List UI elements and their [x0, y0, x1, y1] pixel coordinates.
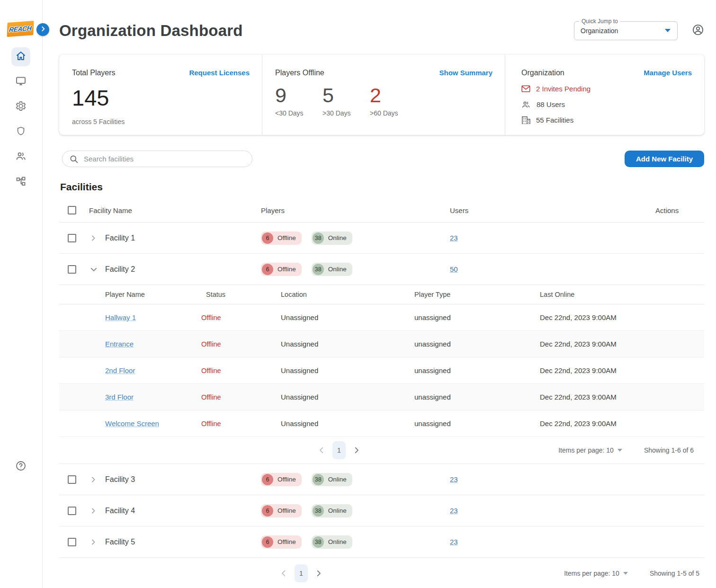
sidebar-item-settings[interactable] [11, 98, 30, 116]
player-last-online: Dec 22nd, 2023 9:00AM [540, 340, 704, 348]
search-facilities-input[interactable] [84, 155, 246, 163]
org-users-label: 88 Users [537, 100, 565, 108]
players-pagination: 1 Items per page: 10 Showing 1-6 of 6 [59, 437, 704, 464]
chevron-right-icon [90, 234, 97, 242]
player-name-link[interactable]: Entrance [105, 340, 134, 348]
column-header-location: Location [281, 291, 414, 298]
quick-jump-select[interactable]: Quick Jump to Organization [574, 21, 678, 40]
player-type: unassigned [414, 393, 540, 401]
player-last-online: Dec 22nd, 2023 9:00AM [540, 419, 704, 428]
building-icon [521, 116, 530, 124]
items-per-page-label: Items per page: 10 [564, 570, 619, 577]
offline-metric: 5 >30 Days [322, 84, 370, 117]
row-checkbox[interactable] [68, 234, 76, 242]
offline-badge: 6Offline [261, 473, 302, 486]
page-next-icon[interactable] [314, 569, 323, 578]
online-badge: 38Online [312, 504, 352, 517]
sidebar-item-home[interactable] [11, 47, 30, 66]
sidebar-item-users[interactable] [11, 148, 30, 167]
sidebar-item-sitemap[interactable] [11, 173, 30, 192]
sidebar-item-displays[interactable] [11, 72, 30, 91]
expand-row-button[interactable] [87, 507, 103, 515]
player-status: Offline [201, 314, 281, 321]
app-root: REACH [0, 0, 716, 588]
player-name-link[interactable]: Welcome Screen [105, 419, 159, 428]
column-header-status: Status [201, 291, 281, 298]
player-row: Hallway 1 Offline Unassigned unassigned … [59, 304, 704, 331]
show-summary-link[interactable]: Show Summary [439, 69, 492, 77]
dropdown-arrow-icon [665, 29, 671, 32]
expand-row-button[interactable] [87, 234, 103, 242]
player-name-link[interactable]: 2nd Floor [105, 366, 135, 374]
reach-logo: REACH [7, 21, 34, 37]
column-header-facility-name: Facility Name [87, 206, 261, 214]
online-badge: 38Online [312, 535, 352, 549]
organization-title: Organization [521, 69, 564, 77]
expand-row-button[interactable] [87, 538, 103, 546]
collapse-row-button[interactable] [87, 265, 103, 274]
facility-name: Facility 2 [103, 265, 261, 274]
users-count-link[interactable]: 23 [450, 475, 458, 483]
players-subtable-header: Player Name Status Location Player Type … [59, 285, 704, 304]
request-licenses-link[interactable]: Request Licenses [189, 69, 250, 77]
help-icon [15, 460, 27, 473]
column-header-player-name: Player Name [105, 291, 201, 298]
column-header-actions: Actions [655, 206, 704, 214]
select-all-checkbox[interactable] [68, 206, 76, 214]
users-icon [15, 151, 27, 164]
page-prev-icon[interactable] [279, 569, 288, 578]
showing-range-label: Showing 1-5 of 5 [650, 570, 699, 577]
users-count-link[interactable]: 23 [450, 538, 458, 546]
column-header-players: Players [261, 206, 450, 214]
row-checkbox[interactable] [68, 265, 76, 274]
facility-name: Facility 1 [103, 234, 261, 242]
player-row: Entrance Offline Unassigned unassigned D… [59, 331, 704, 357]
players-offline-section: Players Offline Show Summary 9 <30 Days … [262, 54, 505, 135]
player-row: Welcome Screen Offline Unassigned unassi… [59, 410, 704, 437]
player-last-online: Dec 22nd, 2023 9:00AM [540, 393, 704, 401]
users-count-link[interactable]: 50 [450, 265, 458, 273]
add-new-facility-button[interactable]: Add New Facility [625, 151, 704, 167]
items-per-page-select[interactable]: Items per page: 10 [564, 570, 628, 577]
facility-row: Facility 4 6Offline 38Online 23 [59, 495, 704, 526]
player-name-link[interactable]: 3rd Floor [105, 393, 134, 401]
items-per-page-select[interactable]: Items per page: 10 [558, 446, 622, 454]
online-badge: 38Online [312, 473, 352, 486]
reach-logo-text: REACH [9, 24, 32, 33]
row-checkbox[interactable] [68, 507, 76, 515]
offline-badge: 6Offline [261, 535, 302, 549]
manage-users-link[interactable]: Manage Users [644, 69, 692, 77]
row-checkbox[interactable] [68, 475, 76, 484]
page-next-icon[interactable] [352, 446, 361, 454]
account-button[interactable] [692, 24, 704, 38]
metric-label: <30 Days [275, 109, 322, 117]
users-count-link[interactable]: 23 [450, 507, 458, 515]
offline-badge: 6Offline [261, 504, 302, 517]
sidebar-nav [11, 47, 30, 192]
help-button[interactable] [11, 457, 30, 476]
search-facilities-box[interactable] [62, 151, 252, 167]
users-count-link[interactable]: 23 [450, 234, 458, 242]
page-number[interactable]: 1 [295, 564, 308, 582]
total-players-section: Total Players Request Licenses 145 acros… [59, 54, 262, 135]
invites-pending-row[interactable]: 2 Invites Pending [521, 85, 692, 93]
sidebar-expand-button[interactable] [36, 23, 49, 36]
row-checkbox[interactable] [68, 538, 76, 546]
page-number[interactable]: 1 [332, 441, 346, 459]
online-badge: 38Online [312, 232, 352, 245]
player-location: Unassigned [281, 419, 414, 428]
page-prev-icon[interactable] [317, 446, 326, 454]
expand-row-button[interactable] [87, 476, 103, 483]
player-type: unassigned [414, 366, 540, 374]
mail-icon [521, 85, 530, 92]
metric-label: >30 Days [322, 109, 370, 117]
player-type: unassigned [414, 313, 540, 321]
invites-pending-label: 2 Invites Pending [536, 85, 591, 93]
facility-name: Facility 4 [103, 507, 261, 515]
sidebar-item-security[interactable] [11, 123, 30, 142]
quick-jump-label: Quick Jump to [579, 18, 620, 25]
page-title: Organization Dashboard [59, 22, 243, 40]
offline-badge: 6Offline [261, 263, 302, 276]
facility-row: Facility 3 6Offline 38Online 23 [59, 464, 704, 495]
player-name-link[interactable]: Hallway 1 [105, 313, 136, 321]
